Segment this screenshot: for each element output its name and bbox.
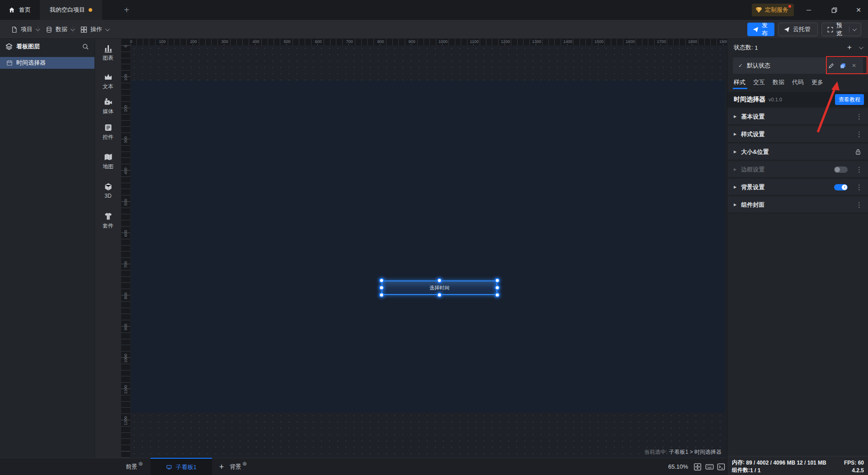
new-tab-plus-icon: + (124, 5, 129, 15)
new-tab-button[interactable]: + (118, 0, 135, 20)
console-button[interactable] (716, 462, 726, 471)
search-icon[interactable] (82, 43, 89, 50)
check-icon: ✓ (738, 62, 743, 69)
toolbox-item-3d[interactable]: 3D (95, 182, 121, 199)
fit-screen-icon (693, 463, 702, 471)
map-icon (104, 152, 113, 162)
minimize-icon: ─ (807, 6, 811, 14)
project-tab[interactable]: 我的空白项目 (40, 0, 102, 20)
section-label: 基本设置 (741, 113, 851, 121)
background-group[interactable]: 背景 ⊕ (230, 458, 247, 475)
custom-service-badge[interactable]: 定制服务 (752, 4, 794, 16)
bottom-bar: 前景 ⊕ 子看板1 + 背景 ⊕ 65.10% (0, 458, 727, 475)
paper-plane-icon (753, 27, 759, 33)
canvas-area[interactable]: 0100200300400500600700800900100011001200… (121, 39, 727, 458)
selection-handle-s[interactable] (438, 294, 441, 297)
add-background-icon[interactable]: ⊕ (242, 461, 247, 467)
time-picker-widget[interactable]: 选择时间 (382, 280, 497, 295)
border-toggle-off[interactable] (834, 166, 848, 173)
selection-handle-w[interactable] (380, 286, 383, 290)
kebab-menu-icon[interactable]: ⋮ (856, 183, 862, 191)
toolbox-item-label: 文本 (103, 83, 113, 90)
toolbox-item-charts[interactable]: 图表 (95, 44, 121, 62)
inspector-panel: 状态数: 1 + ✓ 默认状态 ✕ 样式 交互 数据 代码 更多 时间选择器 v… (727, 39, 868, 475)
widget-panel-icon (104, 123, 113, 132)
tab-data[interactable]: 数据 (773, 77, 784, 90)
section-background-settings[interactable]: ▶ 背景设置 i ⋮ (727, 179, 868, 196)
layer-item-label: 时间选择器 (16, 59, 46, 67)
home-tab[interactable]: 首页 (0, 0, 39, 20)
add-board-button[interactable]: + (216, 458, 227, 475)
states-row: 状态数: 1 + (727, 42, 868, 53)
section-style-settings[interactable]: ▶ 样式设置 ⋮ (727, 126, 868, 143)
menu-operate[interactable]: 操作 (73, 20, 116, 39)
selection-handle-n[interactable] (438, 279, 441, 282)
kebab-menu-icon[interactable]: ⋮ (856, 166, 862, 174)
toolbox-item-map[interactable]: 地图 (95, 152, 121, 171)
performance-stats: 内存: 89 / 4002 / 4096 MB 12 / 101 MB FPS:… (727, 456, 868, 475)
section-border-settings[interactable]: ▶ 边框设置 ⋮ (727, 162, 868, 178)
toolbox-item-label: 套件 (103, 222, 113, 230)
toolbox-item-media[interactable]: 媒体 (95, 97, 121, 115)
tshirt-icon (104, 212, 113, 221)
restore-button[interactable] (826, 0, 842, 20)
cloud-host-button[interactable]: 云托管 (778, 23, 818, 36)
selection-handle-se[interactable] (496, 294, 499, 297)
section-label: 大小&位置 (741, 148, 850, 156)
fit-screen-button[interactable] (693, 462, 703, 471)
preview-button[interactable]: 预览 (821, 23, 861, 36)
section-component-cover[interactable]: ▶ 组件封面 ⋮ (727, 197, 868, 214)
layer-item-time-picker[interactable]: 时间选择器 (0, 57, 94, 69)
preview-label: 预览 (836, 21, 846, 38)
close-icon: ✕ (856, 6, 861, 14)
zoom-level[interactable]: 65.10% (661, 463, 688, 470)
foreground-group[interactable]: 前景 ⊕ (126, 458, 143, 475)
tab-interaction[interactable]: 交互 (753, 77, 765, 90)
selection-handle-nw[interactable] (380, 279, 383, 282)
title-bar: 首页 我的空白项目 + 定制服务 ─ ✕ (0, 0, 868, 20)
section-basic-settings[interactable]: ▶ 基本设置 ⋮ (727, 109, 868, 125)
minimize-button[interactable]: ─ (801, 0, 816, 20)
menu-project-label: 项目 (21, 25, 33, 33)
publish-button[interactable]: 发布 (747, 23, 774, 36)
selection-handle-ne[interactable] (496, 279, 499, 282)
toolbox-item-text[interactable]: 文本 (95, 72, 121, 90)
board-tab-active[interactable]: 子看板1 (151, 458, 212, 475)
kebab-menu-icon[interactable]: ⋮ (856, 113, 862, 121)
tutorial-button[interactable]: 查看教程 (835, 94, 864, 105)
add-foreground-icon[interactable]: ⊕ (138, 461, 143, 467)
background-toggle-on[interactable]: i (834, 184, 848, 190)
terminal-icon (717, 463, 725, 470)
home-tab-label: 首页 (19, 6, 31, 14)
add-state-button[interactable]: + (847, 43, 852, 52)
dashboard-board[interactable]: 选择时间 (131, 81, 725, 413)
toolbox-item-widgets[interactable]: 控件 (95, 123, 121, 141)
grid-icon (80, 26, 87, 33)
states-count: 1 (755, 44, 758, 51)
chart-icon (104, 44, 113, 53)
fullscreen-brackets-icon (827, 27, 833, 33)
lock-icon[interactable] (855, 148, 861, 155)
cloud-host-label: 云托管 (793, 25, 811, 33)
caret-icon: ▶ (734, 150, 736, 154)
toolbox-item-kits[interactable]: 套件 (95, 212, 121, 230)
kebab-menu-icon[interactable]: ⋮ (856, 130, 862, 138)
selection-status-path: 子看板1 > 时间选择器 (669, 449, 722, 455)
selection-handle-e[interactable] (496, 286, 499, 290)
toolbox-item-label: 地图 (103, 163, 113, 171)
section-label: 背景设置 (741, 183, 830, 191)
shortcut-keys-button[interactable] (704, 462, 714, 471)
tab-more[interactable]: 更多 (811, 77, 823, 90)
caret-icon: ▶ (734, 185, 736, 189)
section-size-position[interactable]: ▶ 大小&位置 (727, 144, 868, 161)
components-label: 组件数: (732, 466, 750, 474)
fps-label: FPS: (844, 460, 856, 466)
unsaved-dot-icon (89, 8, 92, 12)
memory-label: 内存: (732, 459, 745, 466)
close-button[interactable]: ✕ (851, 0, 866, 20)
inspector-tabs: 样式 交互 数据 代码 更多 (727, 77, 868, 90)
chevron-down-icon[interactable] (859, 45, 863, 49)
kebab-menu-icon[interactable]: ⋮ (856, 201, 862, 209)
selection-handle-sw[interactable] (380, 294, 383, 297)
tab-code[interactable]: 代码 (792, 77, 804, 90)
